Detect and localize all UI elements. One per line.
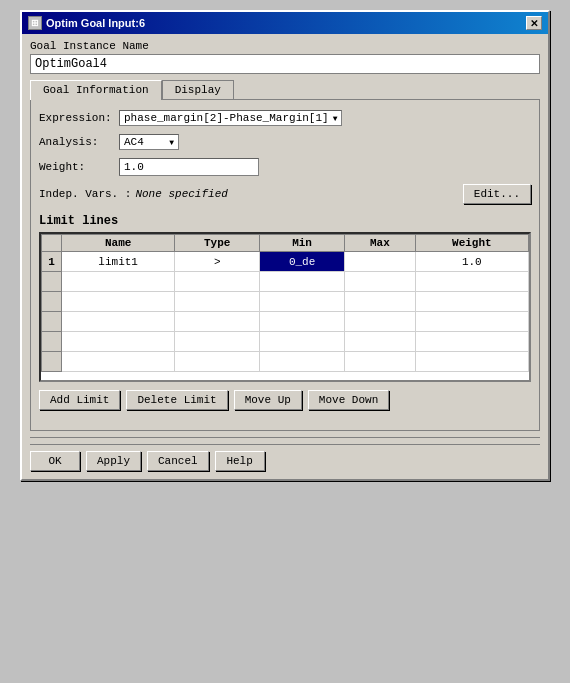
table-cell-type[interactable]: > [175, 252, 260, 272]
table-cell-weight[interactable]: 1.0 [415, 252, 528, 272]
weight-row: Weight: [39, 158, 531, 176]
limit-table-wrap: Name Type Min Max Weight 1 limit1 [39, 232, 531, 382]
table-cell-empty-max [345, 272, 416, 292]
analysis-row: Analysis: AC4 ▼ [39, 134, 531, 150]
analysis-dropdown-arrow: ▼ [169, 138, 174, 147]
col-header-name: Name [62, 235, 175, 252]
expression-control-wrap: phase_margin[2]-Phase_Margin[1] ▼ [119, 110, 531, 126]
limit-lines-section: Limit lines Name Type Min Max Weight [39, 214, 531, 382]
table-action-buttons: Add Limit Delete Limit Move Up Move Down [39, 390, 531, 410]
ok-button[interactable]: OK [30, 451, 80, 471]
limit-lines-title: Limit lines [39, 214, 531, 228]
analysis-label: Analysis: [39, 136, 119, 148]
table-cell-max[interactable] [345, 252, 416, 272]
title-bar-left: ⊞ Optim Goal Input:6 [28, 16, 145, 30]
add-limit-button[interactable]: Add Limit [39, 390, 120, 410]
action-buttons: OK Apply Cancel Help [30, 444, 540, 471]
table-cell-name[interactable]: limit1 [62, 252, 175, 272]
table-header-row: Name Type Min Max Weight [42, 235, 529, 252]
analysis-dropdown[interactable]: AC4 ▼ [119, 134, 179, 150]
indep-left: Indep. Vars. : None specified [39, 188, 228, 200]
goal-instance-name-input[interactable] [30, 54, 540, 74]
analysis-value: AC4 [124, 136, 144, 148]
help-button[interactable]: Help [215, 451, 265, 471]
table-row-empty-3 [42, 312, 529, 332]
move-down-button[interactable]: Move Down [308, 390, 389, 410]
window-title: Optim Goal Input:6 [46, 17, 145, 29]
goal-instance-name-label: Goal Instance Name [30, 40, 540, 52]
table-cell-rownum: 1 [42, 252, 62, 272]
table-cell-empty-rownum [42, 272, 62, 292]
edit-button[interactable]: Edit... [463, 184, 531, 204]
indep-vars-row: Indep. Vars. : None specified Edit... [39, 184, 531, 204]
table-cell-min[interactable]: 0_de [260, 252, 345, 272]
expression-label: Expression: [39, 112, 119, 124]
col-header-max: Max [345, 235, 416, 252]
indep-label: Indep. Vars. : [39, 188, 131, 200]
table-row-empty-4 [42, 332, 529, 352]
col-header-rownum [42, 235, 62, 252]
table-cell-empty-weight [415, 272, 528, 292]
close-button[interactable]: ✕ [526, 16, 542, 30]
table-row-empty-5 [42, 352, 529, 372]
expression-row: Expression: phase_margin[2]-Phase_Margin… [39, 110, 531, 126]
expression-dropdown-arrow: ▼ [333, 114, 338, 123]
analysis-control-wrap: AC4 ▼ [119, 134, 531, 150]
table-cell-empty-name [62, 272, 175, 292]
tab-goal-information[interactable]: Goal Information [30, 80, 162, 100]
expression-dropdown[interactable]: phase_margin[2]-Phase_Margin[1] ▼ [119, 110, 342, 126]
expression-value: phase_margin[2]-Phase_Margin[1] [124, 112, 329, 124]
limit-table: Name Type Min Max Weight 1 limit1 [41, 234, 529, 372]
tab-content: Expression: phase_margin[2]-Phase_Margin… [30, 99, 540, 431]
table-row-empty-2 [42, 292, 529, 312]
window-icon: ⊞ [28, 16, 42, 30]
col-header-min: Min [260, 235, 345, 252]
weight-control-wrap [119, 158, 531, 176]
delete-limit-button[interactable]: Delete Limit [126, 390, 227, 410]
table-row-empty-1 [42, 272, 529, 292]
window-body: Goal Instance Name Goal Information Disp… [22, 34, 548, 479]
table-cell-empty-type [175, 272, 260, 292]
main-window: ⊞ Optim Goal Input:6 ✕ Goal Instance Nam… [20, 10, 550, 481]
bottom-divider [30, 437, 540, 438]
tab-display[interactable]: Display [162, 80, 234, 99]
title-bar: ⊞ Optim Goal Input:6 ✕ [22, 12, 548, 34]
cancel-button[interactable]: Cancel [147, 451, 209, 471]
tab-bar: Goal Information Display [30, 80, 540, 99]
table-row[interactable]: 1 limit1 > 0_de 1.0 [42, 252, 529, 272]
col-header-type: Type [175, 235, 260, 252]
weight-input[interactable] [119, 158, 259, 176]
indep-value: None specified [135, 188, 227, 200]
weight-label: Weight: [39, 161, 119, 173]
col-header-weight: Weight [415, 235, 528, 252]
apply-button[interactable]: Apply [86, 451, 141, 471]
table-cell-empty-min [260, 272, 345, 292]
move-up-button[interactable]: Move Up [234, 390, 302, 410]
